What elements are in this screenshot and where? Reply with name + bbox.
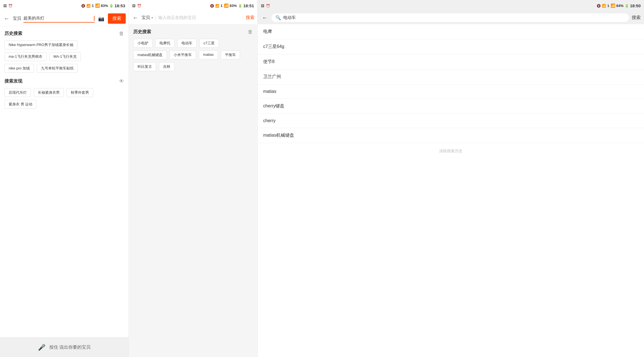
suggestion-list: 电摩 c7三星64g 使节8 卫兰广州 matias cherry键盘 cher… — [258, 24, 644, 143]
baobei-dropdown-2[interactable]: 宝贝 ▼ — [142, 15, 154, 20]
baobei-label-2: 宝贝 — [142, 15, 150, 20]
search-input-3[interactable]: 电动车 — [272, 13, 629, 22]
suggest-item-3[interactable]: 卫兰广州 — [258, 69, 644, 85]
mute-icon-2 — [210, 3, 214, 8]
status-left-3 — [261, 4, 270, 8]
wifi-icon-3 — [602, 3, 606, 8]
panel1-content: 历史搜索 Nike Hyperwarm PRO男子加绒紧身长袖 ma-1飞行夹克… — [0, 26, 129, 357]
p2-tag-4[interactable]: matias机械键盘 — [133, 50, 167, 59]
history-title-2: 历史搜索 — [133, 29, 151, 35]
search-bar-2: ← 宝贝 ▼ 输入你正在找的宝贝 搜索 — [129, 11, 257, 25]
dropdown-arrow-2: ▼ — [151, 16, 154, 19]
battery-pct-2: 83% — [230, 4, 237, 8]
history-tag-3[interactable]: nike pro 加绒 — [4, 64, 34, 73]
delete-history-button-1[interactable] — [119, 31, 124, 37]
status-left-1 — [3, 4, 13, 8]
microphone-icon — [38, 344, 45, 351]
search-placeholder-2[interactable]: 输入你正在找的宝贝 — [158, 14, 243, 21]
cursor-1 — [94, 16, 95, 21]
voice-bar-text: 按住 说出你要的宝贝 — [49, 344, 91, 350]
history-tag-1[interactable]: ma-1飞行夹克男棉衣 — [4, 52, 47, 61]
back-button-3[interactable]: ← — [261, 13, 269, 22]
signal-badge-2: 1 — [221, 4, 222, 8]
suggest-item-7[interactable]: matias机械键盘 — [258, 128, 644, 143]
baobei-label-1: 宝贝 — [13, 16, 21, 21]
suggest-item-5[interactable]: cherry键盘 — [258, 99, 644, 114]
history-tags-2: 小电驴 电摩托 电动车 c7三星 matias机械键盘 小米平衡车 matias… — [133, 39, 253, 71]
discovery-tag-2[interactable]: 秋季外套男 — [67, 88, 93, 97]
status-right-3: 1 📶 84% 18:50 — [597, 3, 641, 8]
search-submit-button-1[interactable]: 搜索 — [108, 13, 126, 24]
history-tag-4[interactable]: 九号单轮平衡车贴纸 — [37, 64, 78, 73]
p2-tag-7[interactable]: 平衡车 — [221, 50, 240, 59]
photo-icon — [3, 4, 7, 8]
p2-tag-5[interactable]: 小米平衡车 — [170, 50, 196, 59]
discovery-tags: 后现代吊灯 长袖紧身衣男 秋季外套男 紧身衣 男 运动 — [4, 88, 124, 109]
suggest-item-0[interactable]: 电摩 — [258, 24, 644, 39]
p2-tag-9[interactable]: 吉林 — [159, 62, 175, 71]
panel-suggestions: 1 📶 84% 18:50 ← 电动车 搜索 电摩 c7三星64g 使节8 卫兰… — [258, 0, 644, 357]
battery-pct: 83% — [101, 4, 108, 8]
p2-tag-0[interactable]: 小电驴 — [133, 39, 152, 48]
mute-icon — [81, 3, 85, 8]
clock-icon — [8, 4, 13, 8]
suggest-item-2[interactable]: 使节8 — [258, 54, 644, 69]
suggest-item-6[interactable]: cherry — [258, 114, 644, 128]
search-bar-value-3: 电动车 — [283, 15, 296, 20]
suggest-item-1[interactable]: c7三星64g — [258, 39, 644, 54]
history-tags-1: Nike Hyperwarm PRO男子加绒紧身长袖 ma-1飞行夹克男棉衣 M… — [4, 40, 124, 73]
battery-pct-3: 84% — [616, 4, 624, 8]
discovery-section-header: 搜索发现 — [4, 78, 124, 84]
history-tag-2[interactable]: MA-1飞行夹克 — [49, 52, 81, 61]
clock-icon-2 — [137, 4, 141, 8]
battery-icon-2 — [238, 3, 242, 8]
signal-icon: 📶 — [95, 3, 100, 8]
status-left-2 — [132, 4, 141, 8]
history-title-1: 历史搜索 — [4, 31, 22, 37]
panel2-content: 历史搜索 小电驴 电摩托 电动车 c7三星 matias机械键盘 小米平衡车 m… — [129, 25, 257, 357]
mute-icon-3 — [597, 3, 601, 8]
status-bar-3: 1 📶 84% 18:50 — [258, 0, 644, 11]
discovery-tag-1[interactable]: 长袖紧身衣男 — [34, 88, 64, 97]
back-button-1[interactable]: ← — [3, 14, 11, 23]
search-mag-icon — [275, 15, 281, 20]
delete-history-button-2[interactable] — [248, 29, 253, 35]
time-display-3: 18:50 — [630, 3, 641, 8]
discovery-tag-0[interactable]: 后现代吊灯 — [4, 88, 31, 97]
p2-tag-6[interactable]: matias — [199, 50, 218, 59]
divider-2 — [156, 15, 156, 21]
history-section-header-1: 历史搜索 — [4, 31, 124, 37]
search-bar-1: ← 宝贝 超美的吊灯 搜索 — [0, 11, 129, 26]
back-button-2[interactable]: ← — [132, 13, 139, 22]
status-bar-2: 1 📶 83% 18:51 — [129, 0, 257, 11]
hide-discovery-button[interactable] — [119, 78, 124, 84]
search-input-1[interactable]: 超美的吊灯 — [23, 15, 95, 23]
status-right-2: 1 📶 83% 18:51 — [210, 3, 254, 8]
photo-icon-3 — [261, 4, 264, 8]
voice-bar[interactable]: 按住 说出你要的宝贝 — [0, 337, 129, 357]
clock-icon-3 — [266, 4, 270, 8]
p2-tag-8[interactable]: 科比复古 — [133, 62, 156, 71]
p2-tag-3[interactable]: c7三星 — [199, 39, 219, 48]
p2-tag-2[interactable]: 电动车 — [177, 39, 197, 48]
clear-history-button[interactable]: 清除搜索历史 — [258, 143, 644, 159]
signal-badge-3: 1 — [607, 4, 609, 8]
battery-icon-3 — [625, 3, 629, 8]
discovery-tag-3[interactable]: 紧身衣 男 运动 — [4, 100, 37, 109]
p2-tag-1[interactable]: 电摩托 — [155, 39, 175, 48]
search-submit-button-2[interactable]: 搜索 — [246, 15, 255, 21]
photo-icon-2 — [132, 4, 135, 8]
camera-button[interactable] — [97, 14, 106, 23]
time-display-2: 18:51 — [243, 3, 254, 8]
search-bar-3: ← 电动车 搜索 — [258, 11, 644, 24]
wifi-icon-2 — [215, 3, 219, 8]
time-display-1: 18:53 — [115, 3, 125, 8]
history-tag-0[interactable]: Nike Hyperwarm PRO男子加绒紧身长袖 — [4, 40, 78, 49]
suggest-item-4[interactable]: matias — [258, 85, 644, 99]
signal-icon-3: 📶 — [611, 3, 615, 8]
search-submit-button-3[interactable]: 搜索 — [632, 15, 641, 21]
signal-badge: 1 — [92, 4, 94, 8]
camera-icon — [98, 16, 104, 22]
panel-history: 1 📶 83% 18:51 ← 宝贝 ▼ 输入你正在找的宝贝 搜索 历史搜索 小… — [129, 0, 258, 357]
battery-icon — [109, 3, 113, 8]
